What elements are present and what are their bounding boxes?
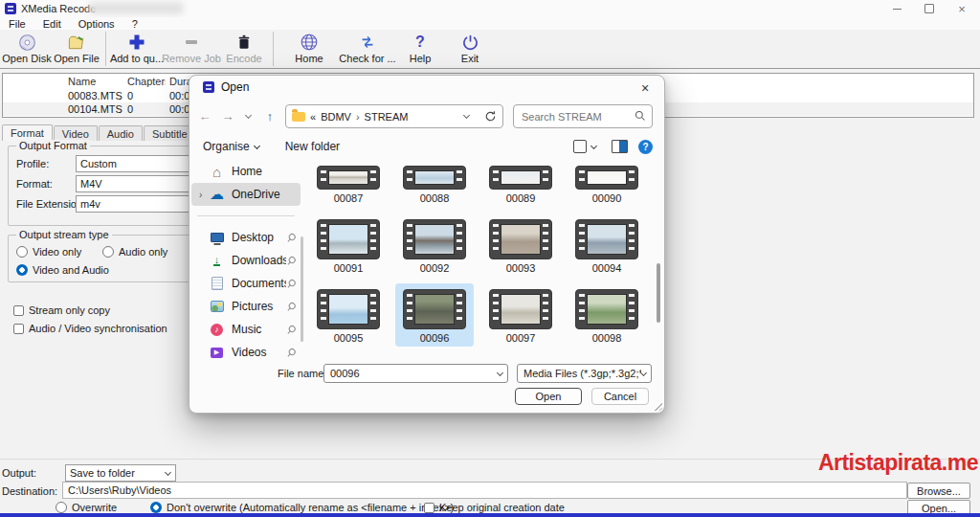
format-combo[interactable]: M4V (76, 175, 202, 192)
menu-file[interactable]: File (0, 18, 34, 30)
file-item[interactable]: 00091 (309, 214, 388, 277)
minimize-button[interactable] (880, 0, 913, 17)
column-name[interactable]: Name (64, 76, 123, 87)
file-item[interactable]: 00090 (568, 160, 646, 207)
folder-icon (292, 112, 305, 122)
video-thumbnail (317, 166, 380, 190)
file-item[interactable]: 00089 (481, 160, 560, 207)
remove-job-button[interactable]: Remove Job (164, 30, 219, 68)
file-item[interactable]: 00094 (568, 214, 646, 277)
file-item[interactable]: 00093 (481, 214, 560, 277)
up-icon[interactable]: ↑ (260, 106, 279, 125)
sidebar-scrollbar[interactable] (301, 236, 303, 342)
tab-video[interactable]: Video (54, 125, 98, 141)
file-item[interactable]: 00095 (309, 283, 388, 347)
breadcrumb-ellipsis[interactable]: « (310, 111, 316, 123)
open-file-button[interactable]: Open File (52, 30, 101, 68)
breadcrumb-stream[interactable]: STREAM (365, 111, 409, 123)
dont-overwrite-radio[interactable]: Don't overwrite (Automatically rename as… (150, 502, 454, 513)
sidebar-item[interactable]: › OneDrive (191, 183, 301, 206)
forward-icon[interactable]: → (218, 106, 237, 125)
file-item[interactable]: 00096 (395, 283, 474, 347)
dialog-close-icon[interactable]: × (626, 76, 664, 101)
back-icon[interactable]: ← (195, 106, 214, 125)
sidebar-item[interactable]: Downloads (191, 249, 301, 272)
sidebar-item[interactable]: Videos (191, 341, 301, 364)
new-folder-button[interactable]: New folder (285, 140, 340, 153)
file-grid-scrollbar[interactable] (657, 263, 660, 323)
title-bar: XMedia Recode (0, 0, 980, 18)
av-sync-checkbox[interactable]: Audio / Video synchronisation (13, 323, 167, 334)
output-format-title: Output Format (16, 140, 90, 151)
video-thumbnail (403, 289, 466, 329)
video-and-audio-radio[interactable]: Video and Audio (16, 264, 109, 276)
sidebar-item[interactable]: Home (191, 160, 301, 183)
open-disk-button[interactable]: Open Disk (2, 30, 52, 68)
view-mode-button[interactable] (573, 140, 601, 153)
home-button[interactable]: Home (281, 30, 337, 68)
address-dropdown-icon[interactable] (463, 112, 470, 119)
job-name: 00104.MTS (64, 103, 123, 115)
overwrite-radio[interactable]: Overwrite (56, 502, 117, 513)
address-bar[interactable]: « BDMV › STREAM (285, 104, 503, 128)
file-name-combo[interactable]: 00096 (323, 364, 508, 383)
sidebar-item[interactable]: Music (191, 318, 301, 341)
blurred-registration-text (88, 2, 184, 14)
audio-only-radio[interactable]: Audio only (102, 246, 167, 258)
file-item-label: 00098 (592, 332, 622, 344)
destination-input[interactable]: C:\Users\Ruby\Videos (62, 482, 907, 499)
resize-grip[interactable] (654, 402, 662, 411)
xmedia-recode-window: XMedia Recode File Edit Options ? Open D… (0, 0, 980, 517)
file-item[interactable]: 00097 (481, 283, 560, 347)
dialog-help-icon[interactable] (638, 140, 653, 154)
output-label: Output: (2, 467, 36, 479)
profile-combo[interactable]: Custom (76, 155, 202, 172)
check-for-updates-button[interactable]: Check for ... (337, 30, 398, 68)
tab-audio[interactable]: Audio (99, 125, 143, 141)
maximize-button[interactable] (913, 0, 946, 17)
menu-help[interactable]: ? (123, 18, 146, 30)
tab-format[interactable]: Format (2, 124, 53, 141)
browse-button[interactable]: Browse... (907, 483, 970, 499)
file-item[interactable]: 00092 (395, 214, 474, 277)
sidebar-item[interactable]: Documents (191, 272, 301, 295)
organise-button[interactable]: Organise (203, 140, 264, 153)
preview-pane-icon[interactable] (612, 140, 628, 153)
file-type-combo[interactable]: Media Files (*.3gp;*.3g2;*.avi;) (517, 364, 652, 383)
radio-selected-icon (16, 264, 28, 276)
file-item-label: 00087 (334, 192, 364, 204)
sidebar-item-label: OneDrive (232, 188, 295, 201)
sidebar-item[interactable]: Pictures (191, 295, 301, 318)
file-extension-combo[interactable]: m4v (76, 195, 202, 213)
sidebar-item-icon (209, 164, 225, 179)
refresh-icon[interactable] (484, 110, 497, 123)
help-button[interactable]: ? Help (398, 30, 442, 68)
menu-options[interactable]: Options (70, 18, 123, 30)
output-mode-select[interactable]: Save to folder (65, 464, 176, 482)
job-name: 00083.MTS (64, 90, 123, 101)
file-item-label: 00096 (420, 332, 450, 344)
close-button[interactable] (946, 0, 978, 17)
video-only-radio[interactable]: Video only (16, 246, 81, 258)
breadcrumb-bdmv[interactable]: BDMV (321, 111, 351, 123)
dialog-open-button[interactable]: Open (515, 388, 582, 405)
expand-chevron-icon[interactable]: › (199, 190, 209, 200)
menu-edit[interactable]: Edit (34, 18, 70, 30)
file-item[interactable]: 00088 (395, 160, 474, 207)
recent-locations-icon[interactable] (241, 106, 260, 125)
search-box[interactable] (513, 104, 653, 128)
file-item[interactable]: 00087 (309, 160, 388, 207)
add-to-queue-button[interactable]: Add to qu... (110, 30, 164, 68)
sidebar-item[interactable]: Desktop (191, 226, 301, 249)
exit-button[interactable]: Exit (442, 30, 498, 68)
keep-creation-date-checkbox[interactable]: Keep original creation date (424, 502, 565, 513)
open-disk-label: Open Disk (2, 53, 51, 64)
dialog-cancel-button[interactable]: Cancel (591, 388, 649, 405)
stream-only-copy-checkbox[interactable]: Stream only copy (13, 304, 110, 316)
file-item-label: 00094 (592, 262, 622, 274)
file-item[interactable]: 00098 (568, 283, 646, 347)
video-thumbnail (403, 166, 466, 190)
encode-button[interactable]: Encode (219, 30, 269, 68)
column-chapters[interactable]: Chapters (123, 76, 166, 87)
search-input[interactable] (520, 110, 631, 124)
